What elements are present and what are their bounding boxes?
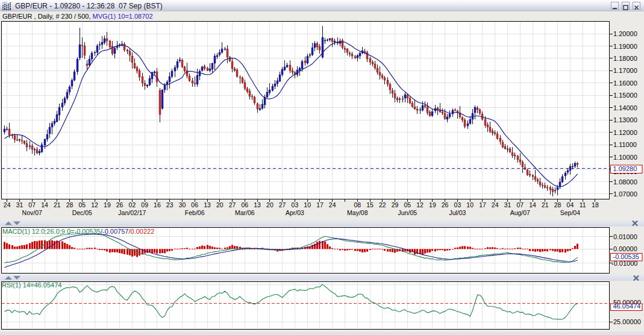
svg-text:0.01000: 0.01000 [613,233,637,240]
svg-text:10: 10 [304,201,311,208]
svg-text:Jun/05: Jun/05 [398,209,417,216]
svg-text:Jul/03: Jul/03 [449,209,466,216]
svg-text:08: 08 [354,201,361,208]
svg-text:27: 27 [279,201,286,208]
svg-text:1.13000: 1.13000 [613,116,637,124]
svg-text:20: 20 [216,201,224,208]
svg-text:07: 07 [516,201,524,208]
svg-text:19: 19 [429,201,436,208]
svg-text:May/08: May/08 [347,209,368,216]
svg-text:1.10000: 1.10000 [613,154,637,161]
svg-text:29: 29 [392,201,399,208]
svg-text:31: 31 [504,201,511,208]
svg-text:03: 03 [454,201,461,208]
svg-text:24: 24 [329,201,336,208]
svg-text:1.18000: 1.18000 [613,55,637,62]
svg-text:17: 17 [316,201,324,208]
svg-text:17: 17 [479,201,486,208]
svg-text:07: 07 [28,201,36,208]
svg-text:14: 14 [529,201,536,208]
svg-text:09: 09 [141,201,148,208]
svg-text:28: 28 [66,201,73,208]
svg-text:1.09280: 1.09280 [613,165,637,172]
svg-text:05: 05 [78,201,86,208]
svg-text:1.07000: 1.07000 [613,190,637,198]
svg-text:02: 02 [129,201,136,208]
svg-text:05: 05 [404,201,411,208]
svg-text:10: 10 [466,201,474,208]
svg-text:Aug/07: Aug/07 [510,209,530,216]
svg-text:03: 03 [292,201,299,208]
svg-text:1.17000: 1.17000 [613,67,637,74]
svg-text:12: 12 [91,201,98,208]
svg-text:24: 24 [4,201,11,208]
svg-text:06: 06 [241,201,248,208]
svg-text:19: 19 [104,201,111,208]
svg-text:Dec/05: Dec/05 [72,209,92,216]
svg-text:1.14000: 1.14000 [613,104,637,111]
svg-text:1.19000: 1.19000 [613,43,637,50]
svg-text:11: 11 [580,201,586,208]
svg-text:Feb/06: Feb/06 [185,209,205,216]
svg-text:21: 21 [542,201,549,208]
svg-text:Jan/02/17: Jan/02/17 [118,209,146,216]
svg-text:31: 31 [16,201,23,208]
svg-text:20: 20 [266,201,274,208]
svg-text:Apr/03: Apr/03 [286,209,304,216]
svg-text:06: 06 [191,201,198,208]
svg-text:MACD(1) 12.0;26.0;9.0=-0.00535: MACD(1) 12.0;26.0;9.0=-0.00535/-0.00757/… [2,228,154,235]
svg-text:Mar/06: Mar/06 [235,209,255,216]
svg-text:RSI(1) 14=46.05474: RSI(1) 14=46.05474 [2,281,61,289]
svg-text:1.16000: 1.16000 [613,80,637,87]
svg-text:18: 18 [592,201,599,208]
svg-text:04: 04 [567,201,574,208]
svg-text:14: 14 [41,201,48,208]
svg-text:15: 15 [366,201,374,208]
svg-text:26: 26 [442,201,449,208]
svg-text:21: 21 [54,201,61,208]
svg-text:12: 12 [416,201,424,208]
svg-text:GBP/EUR , Daily, # 230 / 500,: GBP/EUR , Daily, # 230 / 500, MVG(1) 10=… [2,13,153,20]
svg-text:0.00000: 0.00000 [613,245,637,252]
svg-text:26: 26 [116,201,123,208]
svg-text:Nov/07: Nov/07 [22,209,42,216]
svg-text:13: 13 [254,201,261,208]
svg-text:1.08000: 1.08000 [613,178,637,186]
svg-text:1.12000: 1.12000 [613,129,637,136]
svg-text:1.15000: 1.15000 [613,92,637,99]
svg-text:22: 22 [379,201,386,208]
svg-text:23: 23 [166,201,174,208]
svg-text:30: 30 [179,201,186,208]
svg-text:27: 27 [229,201,236,208]
svg-text:28: 28 [554,201,561,208]
svg-text:24: 24 [492,201,499,208]
svg-text:25.00000: 25.00000 [613,318,641,325]
svg-text:Sep/04: Sep/04 [560,209,580,216]
svg-text:13: 13 [204,201,211,208]
svg-text:1.20000: 1.20000 [613,30,637,37]
svg-text:-0.00535: -0.00535 [613,253,639,260]
svg-text:1.11000: 1.11000 [613,141,637,148]
svg-text:16: 16 [154,201,161,208]
svg-text:46.05474: 46.05474 [613,302,641,310]
